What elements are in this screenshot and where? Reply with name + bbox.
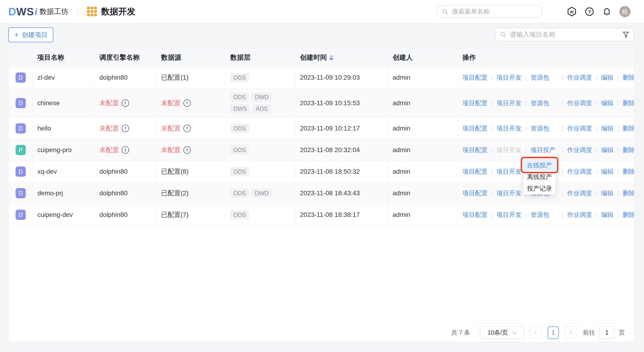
operation-link[interactable]: 作业调度	[567, 189, 592, 197]
svg-text:?: ?	[588, 9, 591, 14]
operation-separator: |	[525, 100, 527, 106]
operation-link[interactable]: 删除	[623, 99, 634, 107]
operation-link[interactable]: 删除	[623, 146, 634, 154]
notification-bell-icon[interactable]	[602, 6, 612, 17]
datasource-cell-value: 已配置(2)	[161, 189, 188, 198]
operation-link[interactable]: 删除	[623, 210, 634, 219]
warning-icon: !	[184, 125, 191, 132]
operation-link[interactable]: 作业调度	[567, 124, 592, 132]
operation-link[interactable]: 删除	[623, 73, 634, 82]
user-avatar[interactable]: 租	[620, 6, 630, 17]
page-number-button[interactable]: 1	[548, 326, 559, 339]
creator: admin	[388, 182, 458, 204]
layer-tag: DWD	[252, 189, 272, 198]
created-time: 2023-11-09 10:15:53	[295, 88, 388, 118]
ai-assistant-icon[interactable]: AI	[566, 6, 577, 17]
datasource-cell: 未配置!	[156, 118, 226, 139]
operation-link[interactable]: 编辑	[601, 99, 614, 107]
dropdown-item-production-records[interactable]: 投产记录	[524, 183, 556, 194]
operation-link[interactable]: 作业调度	[567, 73, 592, 82]
create-project-button[interactable]: + 创建项目	[8, 28, 54, 42]
page-unit-label: 页	[619, 328, 625, 337]
creator: admin	[388, 161, 458, 182]
project-name-search-input[interactable]: 请输入项目名称	[496, 28, 634, 41]
project-name: hello	[33, 118, 95, 139]
created-time-label: 创建时间	[300, 53, 327, 62]
create-project-label: 创建项目	[22, 30, 48, 39]
operation-separator: |	[491, 212, 493, 218]
app-grid-icon[interactable]	[87, 7, 97, 16]
datasource-cell-value: 未配置	[161, 99, 180, 108]
top-navbar: DWS i 数据工坊 数据开发 搜索菜单名称 AI ? 租	[0, 0, 644, 23]
creator: admin	[388, 88, 458, 118]
layer-tag: DWS	[230, 104, 250, 113]
production-dropdown-menu: 在线投产 离线投产 投产记录	[523, 159, 556, 194]
datasource-cell: 已配置(8)	[156, 161, 226, 182]
operation-link[interactable]: 项目开发	[496, 189, 522, 197]
operation-link[interactable]: 项目配置	[462, 99, 488, 107]
operation-link[interactable]: 资源包	[530, 73, 558, 82]
table-row: Dcuipeng-devdolphin80已配置(7)ODS2023-11-08…	[8, 204, 634, 226]
operation-link[interactable]: 编辑	[601, 210, 614, 219]
goto-page-input[interactable]	[599, 326, 614, 339]
operation-link[interactable]: 项目配置	[462, 189, 488, 197]
operation-link[interactable]: 资源包	[530, 124, 558, 132]
operation-link[interactable]: 作业调度	[567, 99, 592, 107]
next-page-button[interactable]: ›	[565, 326, 576, 339]
operation-link[interactable]: 编辑	[601, 168, 614, 176]
operation-link[interactable]: 资源包	[530, 210, 558, 219]
logo-i: i	[34, 6, 37, 17]
operation-link[interactable]: 删除	[623, 124, 634, 132]
operation-link[interactable]: 项目配置	[462, 124, 488, 132]
operation-link[interactable]: 编辑	[601, 146, 614, 154]
sort-ascending-icon[interactable]	[329, 54, 334, 57]
operation-link[interactable]: 作业调度	[567, 210, 592, 219]
operation-link[interactable]: 项目开发	[496, 210, 522, 219]
menu-search-input[interactable]: 搜索菜单名称	[437, 5, 543, 18]
operation-link[interactable]: 编辑	[601, 73, 614, 82]
operation-separator: |	[596, 100, 598, 106]
plus-icon: +	[14, 31, 19, 38]
search-icon	[500, 31, 506, 38]
operation-link[interactable]: 作业调度	[567, 146, 592, 154]
operation-link[interactable]: 编辑	[601, 124, 614, 132]
operation-link[interactable]: 项目配置	[462, 73, 488, 82]
page-size-select[interactable]: 10条/页	[480, 326, 524, 339]
engine-cell: dolphin80	[95, 161, 156, 182]
datalayer-cell: ODS	[226, 139, 295, 161]
created-time: 2023-11-08 20:32:04	[295, 139, 388, 161]
layer-tags: ODSDWD	[230, 189, 272, 198]
prev-page-button[interactable]: ‹	[530, 326, 542, 339]
dropdown-item-offline-production[interactable]: 离线投产	[524, 171, 556, 183]
operation-link[interactable]: 删除	[623, 189, 634, 197]
layer-tag: ODS	[230, 73, 249, 82]
operation-link[interactable]: 编辑	[601, 189, 614, 197]
engine-cell: dolphin80	[95, 182, 156, 204]
warning-icon: !	[122, 100, 129, 107]
table-row: Dhello未配置!未配置!ODS2023-11-09 10:12:17admi…	[8, 118, 634, 139]
engine-cell-value: 未配置	[99, 124, 119, 133]
help-icon[interactable]: ?	[584, 7, 594, 16]
project-name: cuipeng-dev	[33, 204, 95, 226]
operation-link[interactable]: 资源包	[530, 99, 558, 107]
sort-carets[interactable]	[329, 54, 334, 60]
datalayer-cell: ODSDWD	[226, 182, 295, 204]
layer-tags: ODS	[230, 124, 249, 133]
filter-funnel-icon[interactable]	[622, 31, 630, 38]
operation-separator: |	[617, 74, 619, 81]
operation-link[interactable]: 项目投产	[530, 146, 558, 154]
operation-link[interactable]: 项目开发	[496, 168, 522, 176]
operation-link[interactable]: 项目配置	[462, 210, 488, 219]
avatar-cell: D	[8, 204, 33, 226]
dropdown-item-online-production[interactable]: 在线投产	[524, 160, 556, 171]
operation-link[interactable]: 项目配置	[462, 168, 488, 176]
operation-link[interactable]: 项目开发	[496, 99, 522, 107]
operation-link[interactable]: 项目配置	[462, 146, 488, 154]
operation-link[interactable]: 删除	[623, 168, 634, 176]
pagination-bar: 共 7 条 10条/页 ‹ 1 › 前往 页	[8, 323, 634, 342]
operation-separator: |	[491, 74, 493, 81]
sort-descending-icon[interactable]	[329, 58, 334, 60]
operation-link[interactable]: 项目开发	[496, 73, 522, 82]
operation-link[interactable]: 项目开发	[496, 124, 522, 132]
operation-link[interactable]: 作业调度	[567, 168, 592, 176]
